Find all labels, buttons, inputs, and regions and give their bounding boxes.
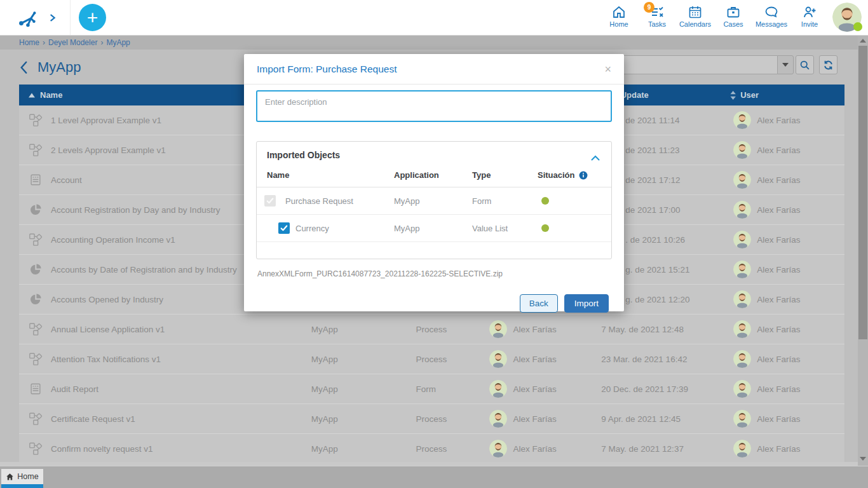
- cell-name: Attention Tax Notifications v1: [19, 352, 299, 366]
- cell-user: Alex Farías: [724, 201, 844, 219]
- breadcrumb-item[interactable]: MyApp: [106, 38, 130, 47]
- back-button[interactable]: Back: [520, 294, 558, 313]
- cell-application: MyApp: [299, 325, 403, 334]
- form-icon: [29, 173, 43, 187]
- import-button[interactable]: Import: [564, 294, 609, 313]
- avatar: [733, 171, 751, 189]
- cell-user: Alex Farías: [482, 410, 597, 428]
- user-name: Alex Farías: [757, 175, 800, 185]
- table-row[interactable]: Attention Tax Notifications v1MyAppProce…: [19, 344, 844, 374]
- search-button[interactable]: [796, 55, 814, 74]
- nav-label: Home: [600, 20, 638, 28]
- cell-application: MyApp: [299, 444, 403, 454]
- table-row[interactable]: Confirm novelty request v1MyAppProcessAl…: [19, 434, 844, 464]
- avatar: [489, 380, 507, 398]
- home-tab-icon: [6, 473, 14, 481]
- breadcrumb-item[interactable]: Deyel Modeler: [48, 38, 97, 47]
- scrollbar-thumb[interactable]: [858, 46, 867, 339]
- modal-title: Import Form: Purchase Request: [257, 64, 397, 75]
- modal-close-button[interactable]: ×: [604, 64, 611, 75]
- cell-name: Audit Report: [19, 382, 299, 396]
- table-row[interactable]: Audit ReportMyAppFormAlex Farías20 Dec. …: [19, 374, 844, 404]
- cell-name: Certificate Request v1: [19, 412, 299, 426]
- cell-last-update: 7 May. de 2021 12:48: [597, 325, 724, 334]
- breadcrumb-item[interactable]: Home: [19, 38, 39, 47]
- logo-area[interactable]: [0, 0, 71, 35]
- avatar: [733, 440, 751, 458]
- description-textarea[interactable]: [256, 90, 612, 122]
- deyel-logo-icon: [15, 6, 39, 30]
- bottom-tab-bar: Home: [0, 466, 868, 488]
- process-icon: [29, 322, 43, 336]
- scroll-up-arrow-icon[interactable]: [860, 39, 866, 43]
- cases-icon: [726, 4, 741, 20]
- cell-user: Alex Farías: [482, 380, 597, 398]
- cell-user: Alex Farías: [724, 141, 844, 159]
- deyel-modeler-app: + Home9TasksCalendarsCasesMessagesInvite…: [0, 0, 868, 488]
- user-name: Alex Farías: [757, 265, 800, 274]
- cell-application: MyApp: [299, 355, 403, 364]
- cell-type: Value List: [472, 224, 538, 233]
- nav-item-home[interactable]: Home: [600, 0, 638, 36]
- tab-home[interactable]: Home: [1, 469, 43, 484]
- search-input[interactable]: [610, 55, 777, 74]
- vertical-scrollbar[interactable]: [858, 36, 868, 466]
- object-name: Account: [51, 175, 82, 185]
- home-icon: [611, 4, 627, 20]
- cell-user: Alex Farías: [482, 440, 597, 458]
- cell-user: Alex Farías: [724, 231, 844, 248]
- cell-last-update: 7 May. de 2021 12:37: [597, 444, 724, 454]
- cell-name: Purchase Request: [257, 195, 394, 207]
- nav-label: Cases: [714, 20, 752, 28]
- cell-type: Form: [403, 384, 483, 394]
- user-avatar[interactable]: [832, 3, 862, 32]
- user-name: Alex Farías: [513, 444, 556, 454]
- table-row[interactable]: Annual License Application v1MyAppProces…: [19, 315, 844, 344]
- checkbox-checked[interactable]: [278, 222, 290, 234]
- nav-item-tasks[interactable]: 9Tasks: [638, 0, 676, 36]
- refresh-button[interactable]: [819, 55, 837, 74]
- process-icon: [29, 143, 43, 157]
- top-nav: Home9TasksCalendarsCasesMessagesInvite: [600, 0, 829, 36]
- nav-item-invite[interactable]: Invite: [790, 0, 829, 36]
- avatar: [733, 111, 751, 129]
- object-name: 2 Levels Approval Example v1: [51, 146, 166, 155]
- user-name: Alex Farías: [513, 325, 556, 334]
- cell-user: Alex Farías: [482, 350, 597, 368]
- nav-label: Invite: [790, 20, 829, 28]
- nav-label: Tasks: [638, 20, 676, 28]
- nav-item-messages[interactable]: Messages: [752, 0, 790, 36]
- form-icon: [29, 382, 43, 396]
- search-options-caret[interactable]: [777, 55, 794, 74]
- cell-user: Alex Farías: [724, 410, 844, 428]
- invite-icon: [802, 4, 817, 20]
- object-name: Audit Report: [51, 384, 98, 394]
- cell-type: Process: [403, 355, 483, 364]
- process-icon: [29, 233, 43, 247]
- user-name: Alex Farías: [757, 205, 800, 215]
- nav-item-cases[interactable]: Cases: [714, 0, 752, 36]
- object-name: Attention Tax Notifications v1: [51, 355, 161, 364]
- table-row[interactable]: Certificate Request v1MyAppProcessAlex F…: [19, 404, 844, 434]
- chart-icon: [29, 203, 43, 217]
- collapse-chevron-up-icon[interactable]: [591, 152, 600, 158]
- nav-item-calendars[interactable]: Calendars: [676, 0, 714, 36]
- sort-both-icon: [730, 91, 736, 100]
- back-chevron-icon[interactable]: [19, 60, 29, 74]
- cell-type: Process: [403, 325, 483, 334]
- column-header-user[interactable]: User: [724, 90, 844, 100]
- page-title: MyApp: [37, 59, 81, 76]
- avatar: [733, 201, 751, 219]
- checkbox-disabled-checked: [264, 195, 276, 207]
- process-icon: [29, 352, 43, 366]
- import-filename: AnnexXMLForm_PURC1614087723_20211228-162…: [257, 269, 611, 278]
- info-icon[interactable]: [579, 171, 588, 180]
- object-name: Account Registration by Day and by Indus…: [51, 205, 220, 215]
- cell-name: Confirm novelty request v1: [19, 442, 299, 456]
- add-button[interactable]: +: [79, 4, 106, 31]
- scroll-down-arrow-icon[interactable]: [860, 457, 866, 461]
- imported-object-row: CurrencyMyAppValue List: [257, 215, 611, 242]
- cell-application: MyApp: [394, 196, 472, 206]
- nav-label: Calendars: [676, 20, 714, 28]
- sidebar-expand-icon[interactable]: [48, 13, 57, 22]
